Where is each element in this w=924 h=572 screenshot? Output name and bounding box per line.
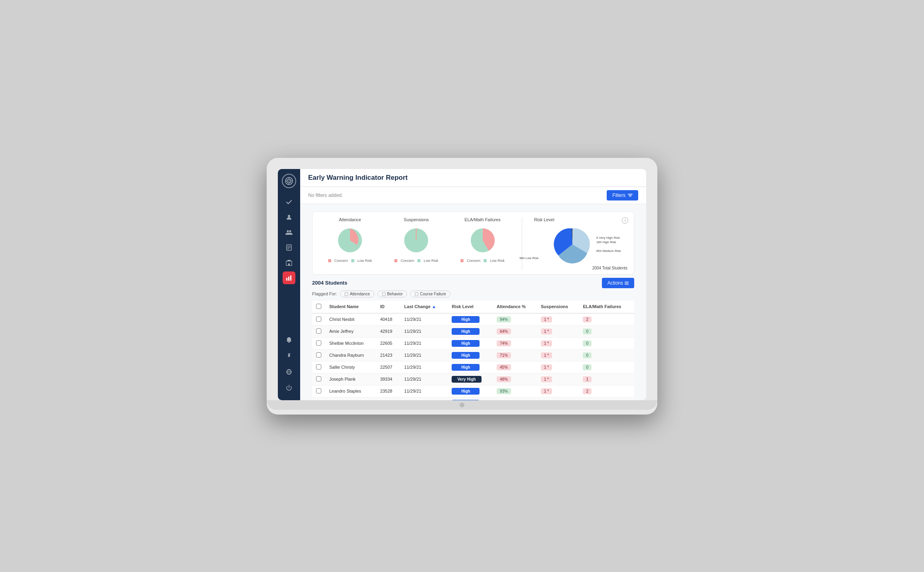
attendance-chart: Attendance Concern Low Risk	[319, 217, 381, 270]
suspensions-value: 1 *	[541, 316, 552, 322]
row-checkbox[interactable]	[316, 316, 321, 322]
svg-rect-13	[286, 278, 287, 281]
flag-behavior[interactable]: Behavior	[377, 291, 407, 297]
sidebar-item-building[interactable]	[283, 256, 295, 269]
suspensions-cell: 1 *	[537, 385, 579, 397]
row-checkbox[interactable]	[316, 352, 321, 358]
very-high-label: 6 Very High Risk	[596, 236, 621, 240]
student-name: Amie Jeffrey	[325, 325, 376, 337]
risk-badge: High	[452, 352, 480, 359]
svg-rect-12	[288, 263, 290, 265]
row-checkbox-cell[interactable]	[312, 373, 325, 385]
flagged-row: Flagged For: Attendance Behavior Course …	[312, 291, 634, 297]
table-row: Christ Nesbit 40418 11/29/21 High 94% 1 …	[312, 313, 634, 326]
svg-point-4	[288, 215, 290, 217]
risk-badge: High	[452, 400, 480, 400]
high-risk-label: 160 High Risk	[596, 240, 621, 244]
attendance-cell: 93%	[493, 385, 537, 397]
table-header-row: 2004 Students Actions	[312, 278, 634, 288]
suspensions-value: 1 *	[541, 388, 552, 394]
row-checkbox[interactable]	[316, 388, 321, 393]
table-row: Loyal Hirsch 23538 11/29/21 High 19% 1 *…	[312, 397, 634, 400]
risk-level-cell: High	[448, 397, 492, 400]
select-all-checkbox[interactable]	[316, 304, 321, 309]
row-checkbox[interactable]	[316, 376, 321, 381]
risk-badge: High	[452, 364, 480, 371]
ela-value: 2	[583, 388, 592, 394]
table-scroll[interactable]: Student Name ID Last Change ▲ Risk Level…	[312, 301, 634, 400]
table-row: Chandra Rayburn 21423 11/29/21 High 71% …	[312, 349, 634, 361]
table-body: Christ Nesbit 40418 11/29/21 High 94% 1 …	[312, 313, 634, 400]
ela-cell: 0	[579, 349, 634, 361]
sidebar-item-analytics[interactable]	[283, 271, 295, 284]
select-all-header[interactable]	[312, 301, 325, 313]
app-logo[interactable]	[282, 174, 296, 188]
sidebar-item-globe[interactable]	[283, 366, 295, 378]
ela-legend: Concern Low Risk	[460, 259, 505, 263]
sidebar-item-power[interactable]	[283, 381, 295, 394]
ela-value: 0	[583, 352, 592, 358]
row-checkbox-cell[interactable]	[312, 361, 325, 373]
row-checkbox-cell[interactable]	[312, 313, 325, 326]
row-checkbox[interactable]	[316, 340, 321, 346]
attendance-cell: 74%	[493, 337, 537, 349]
suspensions-value: 1 *	[541, 364, 552, 370]
last-change: 11/29/21	[400, 349, 448, 361]
student-name: Shelbie Mcclinton	[325, 337, 376, 349]
ela-cell: 2	[579, 385, 634, 397]
row-checkbox[interactable]	[316, 328, 321, 334]
sidebar-item-user[interactable]	[283, 211, 295, 224]
total-students: 2004 Total Students	[592, 266, 627, 270]
sidebar-bottom	[283, 332, 295, 395]
sidebar	[278, 169, 300, 400]
attendance-cell: 45%	[493, 361, 537, 373]
low-risk-label: 984 Low Risk	[509, 256, 539, 260]
actions-button[interactable]: Actions	[602, 278, 634, 288]
student-id: 21423	[376, 349, 400, 361]
student-name: Sallie Christy	[325, 361, 376, 373]
ela-value: 0	[583, 328, 592, 334]
student-name: Chandra Rayburn	[325, 349, 376, 361]
flag-attendance[interactable]: Attendance	[340, 291, 374, 297]
sidebar-item-check[interactable]	[283, 196, 295, 208]
ela-value: 0	[583, 364, 592, 370]
student-id: 39334	[376, 373, 400, 385]
attendance-cell: 71%	[493, 349, 537, 361]
col-risk-level: Risk Level	[448, 301, 492, 313]
sidebar-item-settings[interactable]	[283, 350, 295, 362]
attendance-value: 48%	[497, 376, 511, 382]
student-id: 22605	[376, 337, 400, 349]
row-checkbox[interactable]	[316, 364, 321, 370]
risk-title: Risk Level	[534, 217, 554, 222]
col-suspensions: Suspensions	[537, 301, 579, 313]
no-filters-text: No filters added.	[308, 193, 343, 198]
suspensions-cell: 1 *	[537, 397, 579, 400]
attendance-value: 93%	[497, 388, 511, 394]
table-row: Leandro Staples 23528 11/29/21 High 93% …	[312, 385, 634, 397]
svg-point-16	[288, 342, 290, 343]
flag-course-failure[interactable]: Course Failure	[410, 291, 450, 297]
risk-level-cell: High	[448, 349, 492, 361]
row-checkbox-cell[interactable]	[312, 385, 325, 397]
row-checkbox-cell[interactable]	[312, 337, 325, 349]
table-header: Student Name ID Last Change ▲ Risk Level…	[312, 301, 634, 313]
sidebar-item-group[interactable]	[283, 226, 295, 239]
risk-level-cell: Very High	[448, 373, 492, 385]
col-last-change[interactable]: Last Change ▲	[400, 301, 448, 313]
suspensions-value: 1 *	[541, 376, 552, 382]
table-row: Sallie Christy 22507 11/29/21 High 45% 1…	[312, 361, 634, 373]
concern-dot	[328, 259, 331, 262]
attendance-value: 64%	[497, 328, 511, 334]
suspensions-cell: 1 *	[537, 325, 579, 337]
ela-cell: 1	[579, 373, 634, 385]
sidebar-item-notifications[interactable]	[283, 334, 295, 346]
student-id: 40418	[376, 313, 400, 326]
table-row: Amie Jeffrey 42919 11/29/21 High 64% 1 *…	[312, 325, 634, 337]
filters-button[interactable]: Filters	[607, 190, 638, 200]
suspensions-legend: Concern Low Risk	[394, 259, 438, 263]
sidebar-item-report[interactable]	[283, 241, 295, 254]
svg-rect-14	[288, 277, 289, 281]
row-checkbox-cell[interactable]	[312, 325, 325, 337]
row-checkbox-cell[interactable]	[312, 349, 325, 361]
row-checkbox-cell[interactable]	[312, 397, 325, 400]
